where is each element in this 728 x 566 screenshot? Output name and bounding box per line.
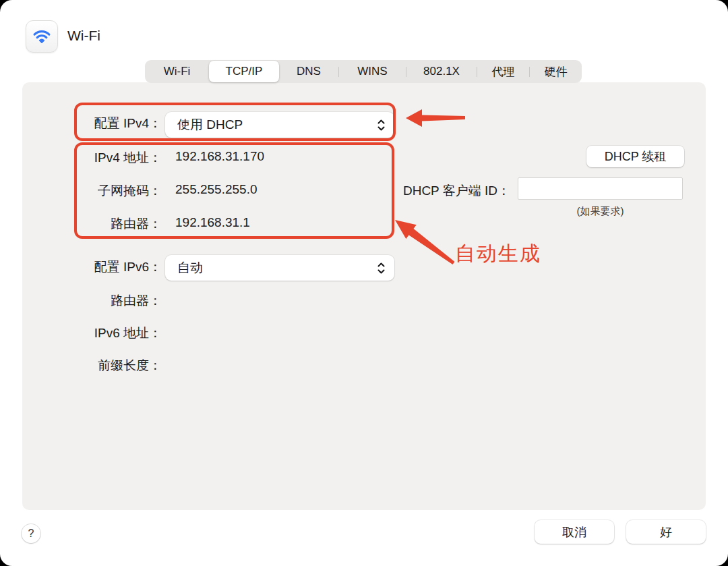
ipv6-config-select[interactable]: 自动	[165, 255, 394, 281]
tab-hardware[interactable]: 硬件	[530, 60, 582, 83]
dhcp-renew-button[interactable]: DHCP 续租	[586, 146, 684, 167]
subnet-mask-label: 子网掩码：	[39, 182, 162, 200]
tab-wifi[interactable]: Wi-Fi	[145, 60, 209, 83]
annotation-auto-generated-label: 自动生成	[455, 240, 541, 268]
dhcp-client-id-hint: (如果要求)	[518, 205, 683, 218]
ipv6-address-label: IPv6 地址：	[39, 324, 162, 342]
ipv4-config-selected-value: 使用 DHCP	[177, 116, 243, 134]
subnet-mask-value: 255.255.255.0	[175, 182, 257, 197]
cancel-button[interactable]: 取消	[535, 520, 614, 544]
page-title: Wi-Fi	[67, 28, 100, 44]
ipv6-config-selected-value: 自动	[177, 259, 203, 277]
tab-tcpip[interactable]: TCP/IP	[209, 61, 279, 82]
tab-8021x[interactable]: 802.1X	[406, 60, 477, 83]
tab-dns[interactable]: DNS	[279, 60, 338, 83]
wifi-icon	[26, 20, 58, 53]
tab-proxy[interactable]: 代理	[477, 60, 529, 83]
ipv4-router-value: 192.168.31.1	[175, 215, 250, 230]
ipv6-config-label: 配置 IPv6：	[39, 258, 162, 276]
network-settings-dialog: Wi-Fi Wi-Fi TCP/IP DNS WINS 802.1X 代理 硬件…	[0, 0, 728, 566]
help-button[interactable]: ?	[22, 524, 40, 543]
ok-button[interactable]: 好	[626, 520, 706, 544]
tab-wins[interactable]: WINS	[339, 60, 406, 83]
tab-bar: Wi-Fi TCP/IP DNS WINS 802.1X 代理 硬件	[145, 60, 582, 83]
ipv4-address-label: IPv4 地址：	[39, 149, 162, 167]
ipv4-address-value: 192.168.31.170	[175, 149, 264, 164]
ipv4-config-select[interactable]: 使用 DHCP	[165, 112, 394, 138]
up-down-chevron-icon	[377, 262, 386, 275]
ipv4-config-label: 配置 IPv4：	[39, 115, 162, 132]
dhcp-client-id-label: DHCP 客户端 ID：	[377, 182, 510, 200]
dhcp-client-id-input[interactable]	[518, 177, 683, 200]
ipv6-router-label: 路由器：	[39, 292, 162, 310]
prefix-length-label: 前缀长度：	[39, 357, 162, 374]
ipv4-router-label: 路由器：	[39, 215, 162, 233]
up-down-chevron-icon	[377, 119, 386, 132]
